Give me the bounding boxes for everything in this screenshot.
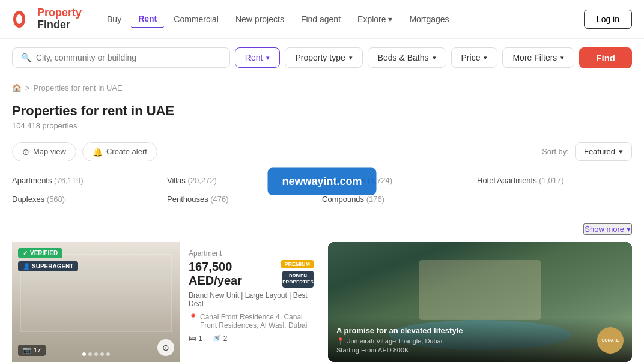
listing-badge-col: PREMIUM DRIVENPROPERTIES — [281, 260, 314, 288]
login-button[interactable]: Log in — [584, 10, 632, 29]
ad-location-text: Jumeirah Village Triangle, Dubai — [347, 337, 442, 345]
beds-count: 1 — [198, 334, 202, 343]
nav-new-projects[interactable]: New projects — [228, 11, 291, 28]
agent-logo-text: DRIVENPROPERTIES — [282, 273, 314, 285]
more-filters-label: More Filters — [512, 53, 557, 62]
more-filters-arrow: ▾ — [560, 54, 564, 62]
listing-price-col: 167,500 AED/year — [189, 260, 281, 288]
dot-3 — [94, 352, 98, 356]
main-nav: Buy Rent Commercial New projects Find ag… — [100, 10, 584, 28]
price-label: Price — [461, 53, 481, 62]
header: PropertyFinder Buy Rent Commercial New p… — [0, 0, 644, 39]
more-filters-button[interactable]: More Filters ▾ — [502, 47, 574, 68]
svg-point-1 — [16, 14, 22, 24]
listing-left: ✓ VERIFIED 👤 SUPERAGENT 📷 17 — [12, 242, 322, 362]
sort-value: Featured — [584, 147, 615, 156]
ad-card[interactable]: A promise for an elevated lifestyle 📍 Ju… — [328, 242, 632, 362]
save-button[interactable]: ⊙ — [157, 339, 174, 356]
find-button[interactable]: Find — [579, 47, 632, 68]
breadcrumb-separator: > — [25, 83, 30, 92]
ad-brand-text: SONATE — [602, 337, 619, 343]
search-bar: 🔍 Rent ▾ Property type ▾ Beds & Baths ▾ … — [0, 39, 644, 77]
bed-icon: 🛏 — [189, 334, 196, 343]
dot-4 — [100, 352, 104, 356]
show-more-button[interactable]: Show more ▾ — [583, 223, 632, 235]
beds-baths-label: Beds & Baths — [378, 53, 429, 62]
logo[interactable]: PropertyFinder — [12, 7, 82, 31]
premium-badge: PREMIUM — [281, 260, 314, 268]
page-title: Properties for rent in UAE — [12, 103, 632, 119]
map-view-button[interactable]: ⊙ Map view — [12, 142, 76, 161]
listing-price-row: 167,500 AED/year PREMIUM DRIVENPROPERTIE… — [189, 260, 314, 288]
search-input-wrap[interactable]: 🔍 — [12, 47, 230, 68]
type-hotel-apartments[interactable]: Hotel Apartments (1,017) — [477, 173, 632, 187]
price-arrow: ▾ — [484, 54, 487, 62]
listing-specs: 🛏 1 🚿 2 — [189, 334, 314, 343]
nav-commercial[interactable]: Commercial — [166, 11, 226, 28]
dot-5 — [106, 352, 110, 356]
create-alert-button[interactable]: 🔔 Create alert — [82, 142, 157, 161]
sort-by-label: Sort by: — [542, 147, 569, 156]
room-visual — [12, 242, 180, 362]
bath-icon: 🚿 — [212, 334, 221, 343]
dot-2 — [88, 352, 92, 356]
dot-1 — [82, 352, 86, 356]
agent-logo: DRIVENPROPERTIES — [282, 271, 314, 288]
listings-grid: ✓ VERIFIED 👤 SUPERAGENT 📷 17 — [0, 242, 644, 362]
listing-info: Apartment 167,500 AED/year PREMIUM DRIVE… — [180, 242, 322, 362]
beds-baths-filter-button[interactable]: Beds & Baths ▾ — [368, 47, 446, 68]
home-icon[interactable]: 🏠 — [12, 83, 22, 92]
listing-price: 167,500 AED/year — [189, 260, 281, 288]
listing-card-row: ✓ VERIFIED 👤 SUPERAGENT 📷 17 — [12, 242, 322, 362]
logo-text: PropertyFinder — [37, 7, 82, 31]
ad-price: Starting From AED 800K — [336, 346, 624, 354]
sort-area: Sort by: Featured ▾ — [542, 142, 632, 161]
location-icon: 📍 — [189, 313, 198, 322]
property-type-arrow: ▾ — [349, 54, 353, 62]
rent-filter-label: Rent — [245, 53, 263, 62]
badge-verified: ✓ VERIFIED — [18, 248, 62, 258]
breadcrumb-current: Properties for rent in UAE — [34, 83, 123, 92]
listing-location-text: Canal Front Residence 4, Canal Front Res… — [200, 313, 314, 330]
nav-find-agent[interactable]: Find agent — [294, 11, 348, 28]
property-type-filter-button[interactable]: Property type ▾ — [285, 47, 362, 68]
nav-mortgages[interactable]: Mortgages — [402, 11, 456, 28]
ad-location-icon: 📍 — [336, 337, 345, 345]
property-type-label: Property type — [295, 53, 345, 62]
nav-explore[interactable]: Explore — [350, 11, 399, 28]
breadcrumb: 🏠 > Properties for rent in UAE — [0, 77, 644, 98]
toolbar: ⊙ Map view 🔔 Create alert Sort by: Featu… — [0, 137, 644, 171]
header-right: Log in — [584, 10, 632, 29]
logo-icon — [12, 8, 34, 30]
ad-brand-logo: SONATE — [597, 327, 624, 354]
show-more-label: Show more — [585, 225, 624, 234]
ad-overlay: A promise for an elevated lifestyle 📍 Ju… — [328, 318, 632, 362]
rent-filter-button[interactable]: Rent ▾ — [235, 47, 281, 68]
rent-filter-arrow: ▾ — [266, 54, 270, 62]
type-duplexes[interactable]: Duplexes (568) — [12, 192, 167, 206]
show-more-row: Show more ▾ — [0, 219, 644, 242]
listing-location: 📍 Canal Front Residence 4, Canal Front R… — [189, 313, 314, 330]
type-compounds[interactable]: Compounds (176) — [322, 192, 477, 206]
ad-location: 📍 Jumeirah Village Triangle, Dubai — [336, 337, 624, 345]
spec-baths: 🚿 2 — [212, 334, 228, 343]
ad-image: A promise for an elevated lifestyle 📍 Ju… — [328, 242, 632, 362]
nav-rent[interactable]: Rent — [131, 10, 164, 28]
listing-image-container: ✓ VERIFIED 👤 SUPERAGENT 📷 17 — [12, 242, 180, 362]
camera-icon: 📷 — [23, 346, 31, 354]
type-penthouses[interactable]: Penthouses (476) — [167, 192, 322, 206]
search-input[interactable] — [36, 53, 221, 62]
property-type-filters: Apartments (76,119) Villas (20,272) Town… — [0, 171, 644, 216]
spec-beds: 🛏 1 — [189, 334, 202, 343]
sort-dropdown[interactable]: Featured ▾ — [575, 142, 632, 161]
search-icon: 🔍 — [21, 53, 31, 62]
nav-buy[interactable]: Buy — [100, 11, 129, 28]
listing-description: Brand New Unit | Large Layout | Best Dea… — [189, 291, 314, 308]
type-villas[interactable]: Villas (20,272) — [167, 173, 322, 187]
price-filter-button[interactable]: Price ▾ — [451, 47, 498, 68]
type-townhouses[interactable]: Townhouses (5,724) — [322, 173, 477, 187]
type-apartments[interactable]: Apartments (76,119) — [12, 173, 167, 187]
show-more-icon: ▾ — [627, 225, 631, 234]
map-view-label: Map view — [33, 147, 66, 156]
ad-card-inner: A promise for an elevated lifestyle 📍 Ju… — [328, 242, 632, 362]
